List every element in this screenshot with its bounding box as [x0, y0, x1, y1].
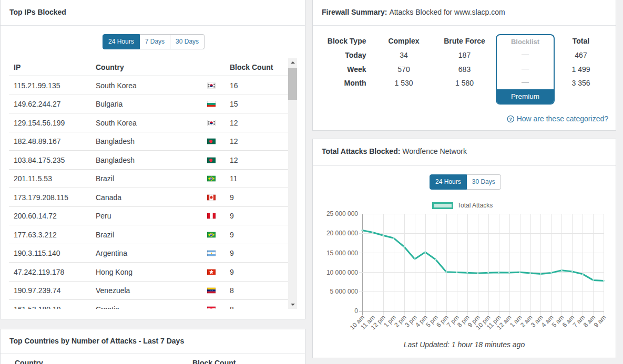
svg-text:9 am: 9 am: [593, 314, 608, 329]
svg-text:15 000 000: 15 000 000: [326, 249, 358, 257]
svg-text:25 000 000: 25 000 000: [326, 210, 358, 217]
svg-text:0: 0: [354, 307, 358, 315]
svg-text:20 000 000: 20 000 000: [326, 230, 358, 237]
svg-text:?: ?: [509, 116, 512, 122]
svg-text:5 000 000: 5 000 000: [330, 288, 359, 295]
svg-text:10 000 000: 10 000 000: [326, 269, 358, 276]
